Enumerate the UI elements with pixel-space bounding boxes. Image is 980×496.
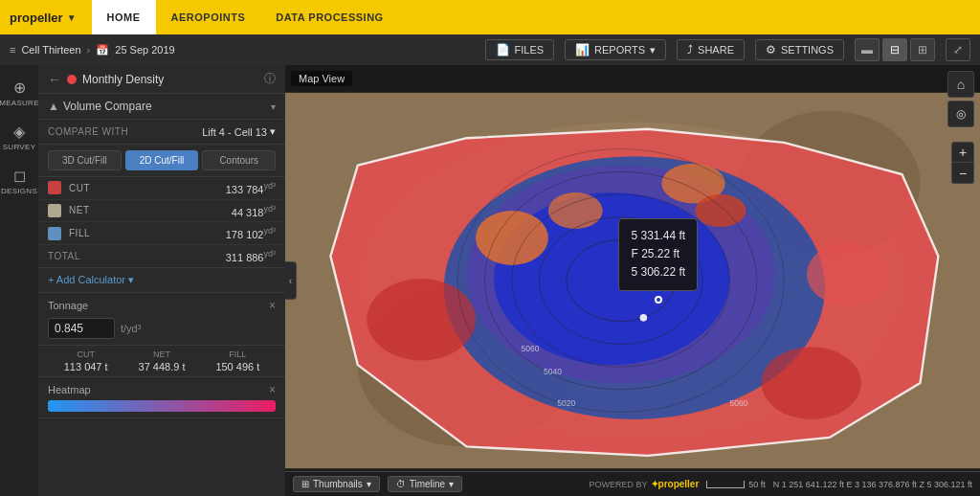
sidebar-item-measure[interactable]: ⊕ MEASURE <box>2 73 36 113</box>
zoom-in-button[interactable]: + <box>951 142 974 163</box>
main-area: ⊕ MEASURE ◈ SURVEY ◻ DESIGNS ← Monthly D… <box>0 65 980 496</box>
volume-icon: ▲ <box>48 100 59 113</box>
layout-split-h[interactable]: ⊞ <box>910 38 935 61</box>
survey-date: 25 Sep 2019 <box>115 44 174 56</box>
tonnage-title: Tonnage <box>48 300 269 311</box>
svg-text:5020: 5020 <box>557 398 575 408</box>
net-row: NET 44 318yd³ <box>38 200 285 223</box>
timeline-dropdown-icon: ▾ <box>449 479 454 489</box>
fill-color-swatch <box>48 227 61 240</box>
cut-result-col: CUT 113 047 t <box>48 349 123 372</box>
compare-value[interactable]: Lift 4 - Cell 13 ▾ <box>202 125 276 138</box>
total-value: 311 886yd³ <box>226 249 276 263</box>
reports-button[interactable]: 📊 REPORTS ▾ <box>565 39 666 60</box>
compare-dropdown-icon: ▾ <box>270 125 276 138</box>
map-controls: ⌂ ◎ <box>947 71 974 127</box>
cut-value: 133 784yd³ <box>226 181 276 195</box>
scale-bar: 50 ft <box>706 480 766 489</box>
fill-result-label: FILL <box>229 349 246 359</box>
tab-contours[interactable]: Contours <box>202 150 276 170</box>
zoom-controls: + − <box>951 142 974 184</box>
powered-logo: ✦propeller <box>651 479 700 489</box>
tab-home[interactable]: HOME <box>92 0 156 34</box>
svg-point-13 <box>762 347 861 419</box>
panel-back-button[interactable]: ← <box>48 72 61 87</box>
tab-2d-cut-fill[interactable]: 2D Cut/Fill <box>125 150 199 170</box>
reports-icon: 📊 <box>575 43 590 56</box>
panel-header: ← Monthly Density ⓘ <box>38 65 285 94</box>
tab-aeropoints[interactable]: AEROPOINTS <box>156 0 261 34</box>
layout-single[interactable]: ▬ <box>855 38 880 61</box>
layout-split-v[interactable]: ⊟ <box>882 38 907 61</box>
designs-icon: ◻ <box>13 167 26 185</box>
total-row: TOTAL 311 886yd³ <box>38 245 285 268</box>
add-calculator-button[interactable]: + Add Calculator ▾ <box>38 268 285 293</box>
settings-button[interactable]: ⚙ SETTINGS <box>755 39 844 60</box>
tonnage-input[interactable] <box>48 318 115 339</box>
cut-result-label: CUT <box>77 349 95 359</box>
bottom-bar: ⊞ Thumbnails ▾ ⏱ Timeline ▾ POWERED BY ✦… <box>285 471 980 496</box>
expand-button[interactable]: ⤢ <box>946 38 970 61</box>
heatmap-title: Heatmap <box>48 384 269 395</box>
timeline-button[interactable]: ⏱ Timeline ▾ <box>388 476 462 492</box>
cut-result-value: 113 047 t <box>64 361 108 372</box>
home-button[interactable]: ⌂ <box>947 71 974 98</box>
svg-point-12 <box>367 279 476 360</box>
measure-icon: ⊕ <box>13 79 26 97</box>
tab-3d-cut-fill[interactable]: 3D Cut/Fill <box>48 150 122 170</box>
net-color-swatch <box>48 204 61 217</box>
map-area[interactable]: Map View <box>285 65 980 496</box>
heatmap-section: Heatmap × <box>38 377 285 418</box>
fill-value: 178 102yd³ <box>226 226 276 240</box>
map-tooltip: 5 331.44 ft F 25.22 ft 5 306.22 ft <box>618 218 698 291</box>
panel-collapse-button[interactable]: ‹ <box>285 261 297 300</box>
net-result-value: 37 448.9 t <box>139 361 186 372</box>
share-button[interactable]: ⤴ SHARE <box>677 39 745 60</box>
tonnage-unit: t/yd³ <box>121 323 141 334</box>
survey-label: SURVEY <box>3 143 36 151</box>
tooltip-dot <box>655 296 662 304</box>
designs-label: DESIGNS <box>1 187 37 195</box>
map-view-label: Map View <box>291 71 352 86</box>
heatmap-close-button[interactable]: × <box>269 383 276 396</box>
scale-label: 50 ft <box>748 480 766 489</box>
settings-icon: ⚙ <box>766 43 776 56</box>
menu-icon[interactable]: ≡ <box>10 44 15 56</box>
breadcrumb-bar: ≡ Cell Thirteen › 📅 25 Sep 2019 📄 FILES … <box>0 34 980 65</box>
section-dropdown-icon[interactable]: ▾ <box>271 101 276 112</box>
files-button[interactable]: 📄 FILES <box>485 39 555 60</box>
thumbnails-button[interactable]: ⊞ Thumbnails ▾ <box>293 476 380 492</box>
timeline-icon: ⏱ <box>396 479 406 489</box>
heatmap-gradient-bar <box>48 400 276 412</box>
panel-info-button[interactable]: ⓘ <box>264 71 276 87</box>
svg-text:5060: 5060 <box>729 398 747 408</box>
tonnage-close-button[interactable]: × <box>269 299 276 312</box>
svg-text:5060: 5060 <box>521 344 539 353</box>
thumbnails-icon: ⊞ <box>301 479 309 489</box>
calendar-icon: 📅 <box>96 44 109 56</box>
compass-button[interactable]: ◎ <box>947 101 974 127</box>
left-panel: ← Monthly Density ⓘ ▲ Volume Compare ▾ C… <box>38 65 285 496</box>
logo-dropdown-icon[interactable]: ▼ <box>67 12 77 23</box>
reports-dropdown-icon: ▾ <box>650 44 656 56</box>
sidebar-item-designs[interactable]: ◻ DESIGNS <box>2 161 36 201</box>
cut-row: CUT 133 784yd³ <box>38 177 285 200</box>
svg-point-8 <box>476 211 548 265</box>
app-logo[interactable]: propeller ▼ <box>10 11 77 25</box>
side-icons: ⊕ MEASURE ◈ SURVEY ◻ DESIGNS <box>0 65 38 496</box>
svg-point-14 <box>807 242 888 305</box>
section-title: Volume Compare <box>63 100 267 113</box>
cut-color-swatch <box>48 181 61 194</box>
tab-data-processing[interactable]: DATA PROCESSING <box>260 0 398 34</box>
measure-label: MEASURE <box>0 99 39 107</box>
panel-status-dot <box>67 75 77 84</box>
tooltip-line1: 5 331.44 ft <box>631 227 685 245</box>
coordinates-display: N 1 251 641.122 ft E 3 136 376.876 ft Z … <box>773 480 972 489</box>
sidebar-item-survey[interactable]: ◈ SURVEY <box>2 117 36 157</box>
site-name: Cell Thirteen <box>21 44 80 56</box>
powered-by: POWERED BY ✦propeller <box>590 479 700 489</box>
net-value: 44 318yd³ <box>232 204 276 218</box>
panel-title: Monthly Density <box>82 73 258 86</box>
zoom-out-button[interactable]: − <box>951 163 974 184</box>
svg-point-11 <box>695 194 746 227</box>
